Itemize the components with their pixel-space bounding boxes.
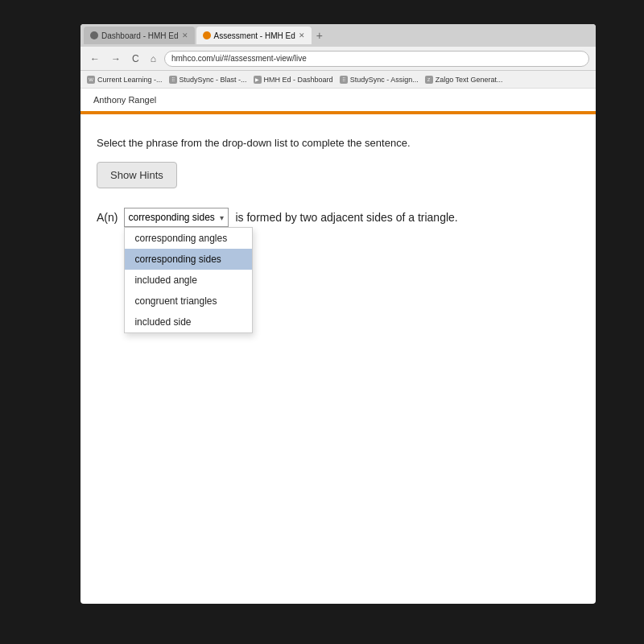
tab-favicon-dashboard bbox=[90, 31, 98, 39]
dropdown-menu[interactable]: corresponding angles corresponding sides… bbox=[124, 227, 253, 333]
bookmarks-bar: W Current Learning -... ⠿ StudySync - Bl… bbox=[80, 71, 596, 89]
bookmark-w-icon: W bbox=[87, 76, 95, 84]
address-input[interactable] bbox=[164, 51, 589, 67]
nav-forward-button[interactable]: → bbox=[108, 52, 124, 66]
menu-option-corresponding-angles[interactable]: corresponding angles bbox=[125, 228, 252, 249]
bookmark-hmh-icon: ▶ bbox=[254, 76, 262, 84]
tab-dashboard-label: Dashboard - HMH Ed bbox=[101, 31, 179, 40]
assessment-area: Select the phrase from the drop-down lis… bbox=[80, 124, 596, 246]
user-name: Anthony Rangel bbox=[93, 95, 156, 105]
tab-favicon-assessment bbox=[203, 31, 211, 39]
bookmark-studysync2[interactable]: ⠿ StudySync - Assign... bbox=[340, 76, 419, 84]
tab-dashboard[interactable]: Dashboard - HMH Ed ✕ bbox=[84, 27, 195, 44]
accent-divider bbox=[80, 114, 596, 114]
bookmark-zalgo-label: Zalgo Text Generat... bbox=[436, 76, 503, 84]
address-bar: ← → C ⌂ bbox=[80, 47, 596, 71]
tab-assessment[interactable]: Assessment - HMH Ed ✕ bbox=[196, 27, 312, 44]
question-suffix: is formed by two adjacent sides of a tri… bbox=[235, 211, 457, 224]
instruction-text: Select the phrase from the drop-down lis… bbox=[97, 137, 580, 149]
nav-home-button[interactable]: ⌂ bbox=[147, 52, 159, 66]
tab-dashboard-close[interactable]: ✕ bbox=[182, 31, 188, 39]
bookmark-hmh[interactable]: ▶ HMH Ed - Dashboard bbox=[254, 76, 333, 84]
bookmark-ss1-label: StudySync - Blast -... bbox=[180, 76, 247, 84]
tab-assessment-close[interactable]: ✕ bbox=[299, 31, 305, 39]
browser-window: Dashboard - HMH Ed ✕ Assessment - HMH Ed… bbox=[80, 24, 596, 604]
bookmark-zalgo[interactable]: Z Zalgo Text Generat... bbox=[425, 76, 503, 84]
browser-chrome: Dashboard - HMH Ed ✕ Assessment - HMH Ed… bbox=[80, 24, 596, 89]
dropdown-wrapper[interactable]: corresponding angles corresponding sides… bbox=[124, 208, 229, 227]
menu-option-corresponding-sides[interactable]: corresponding sides bbox=[125, 249, 252, 270]
tab-add-button[interactable]: + bbox=[313, 29, 326, 42]
tab-bar: Dashboard - HMH Ed ✕ Assessment - HMH Ed… bbox=[80, 24, 596, 47]
page-content: Anthony Rangel Select the phrase from th… bbox=[80, 89, 596, 604]
tab-assessment-label: Assessment - HMH Ed bbox=[214, 31, 295, 40]
nav-refresh-button[interactable]: C bbox=[129, 52, 142, 66]
user-bar: Anthony Rangel bbox=[80, 89, 596, 114]
bookmark-studysync1[interactable]: ⠿ StudySync - Blast -... bbox=[169, 76, 247, 84]
bookmark-w-learning[interactable]: W Current Learning -... bbox=[87, 76, 163, 84]
bookmark-hmh-label: HMH Ed - Dashboard bbox=[264, 76, 333, 84]
menu-option-included-side[interactable]: included side bbox=[125, 312, 252, 332]
bookmark-w-label: Current Learning -... bbox=[97, 76, 163, 84]
question-row: A(n) corresponding angles corresponding … bbox=[97, 208, 580, 227]
bookmark-ss1-icon: ⠿ bbox=[169, 76, 177, 84]
question-prefix: A(n) bbox=[97, 211, 118, 224]
menu-option-congruent-triangles[interactable]: congruent triangles bbox=[125, 291, 252, 312]
bookmark-zalgo-icon: Z bbox=[425, 76, 433, 84]
bookmark-ss2-icon: ⠿ bbox=[340, 76, 348, 84]
menu-option-included-angle[interactable]: included angle bbox=[125, 270, 252, 291]
bookmark-ss2-label: StudySync - Assign... bbox=[350, 76, 419, 84]
nav-back-button[interactable]: ← bbox=[87, 52, 103, 66]
answer-dropdown[interactable]: corresponding angles corresponding sides… bbox=[124, 208, 229, 227]
show-hints-button[interactable]: Show Hints bbox=[97, 162, 177, 188]
